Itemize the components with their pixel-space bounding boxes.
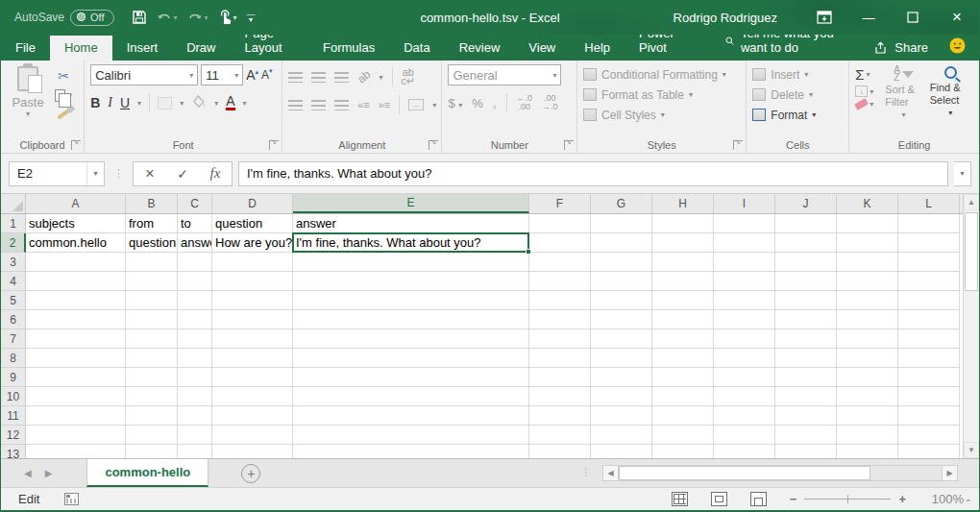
merge-center-button[interactable]: ↔	[408, 99, 424, 110]
cell-C3[interactable]	[178, 253, 212, 272]
cell-L11[interactable]	[898, 406, 960, 426]
cell-D12[interactable]	[212, 426, 293, 445]
cell-C13[interactable]	[178, 445, 212, 458]
copy-button[interactable]: ▾	[55, 87, 72, 103]
cell-G2[interactable]	[591, 233, 652, 253]
paste-button[interactable]: Paste ▾	[7, 66, 49, 122]
cell-B2[interactable]: question	[126, 233, 178, 253]
cell-G13[interactable]	[591, 445, 652, 458]
ribbon-display-options-button[interactable]	[802, 0, 846, 35]
increase-indent-button[interactable]: »≡	[379, 99, 391, 110]
underline-caret-icon[interactable]: ▾	[137, 99, 141, 108]
cell-D10[interactable]	[212, 387, 293, 406]
row-header-11[interactable]: 11	[1, 406, 26, 426]
orientation-button[interactable]: ab	[355, 67, 373, 85]
cell-B3[interactable]	[126, 253, 178, 272]
cell-A10[interactable]	[26, 387, 126, 406]
cell-B5[interactable]	[126, 291, 178, 310]
bold-button[interactable]: B	[90, 95, 100, 110]
autosum-button[interactable]: Σ▾	[855, 66, 873, 83]
cell-B7[interactable]	[126, 329, 178, 349]
cell-C5[interactable]	[178, 291, 212, 310]
clipboard-dialog-launcher[interactable]	[71, 140, 81, 150]
cell-H3[interactable]	[652, 253, 714, 272]
column-header-A[interactable]: A	[26, 194, 126, 213]
cell-D8[interactable]	[212, 349, 293, 368]
row-header-7[interactable]: 7	[1, 329, 26, 349]
cell-E1[interactable]: answer	[293, 214, 529, 233]
row-header-13[interactable]: 13	[1, 445, 26, 458]
cell-F2[interactable]	[529, 233, 591, 253]
cell-G6[interactable]	[591, 310, 652, 329]
cell-K12[interactable]	[837, 426, 898, 445]
cell-A8[interactable]	[26, 349, 126, 368]
maximize-button[interactable]	[891, 0, 935, 35]
cell-H8[interactable]	[652, 349, 714, 368]
page-break-view-button[interactable]	[750, 492, 767, 506]
middle-align-button[interactable]	[311, 72, 326, 83]
column-header-K[interactable]: K	[837, 194, 898, 213]
cell-I11[interactable]	[714, 406, 775, 426]
merge-center-caret-icon[interactable]: ▾	[432, 101, 436, 110]
share-button[interactable]: Share	[874, 40, 928, 61]
cell-C12[interactable]	[178, 426, 212, 445]
cell-H9[interactable]	[652, 368, 714, 387]
touch-mouse-mode-button[interactable]: ▾	[214, 8, 241, 27]
name-box[interactable]: E2 ▾	[9, 161, 105, 186]
cell-H7[interactable]	[652, 329, 714, 349]
cell-A4[interactable]	[26, 272, 126, 291]
cell-H4[interactable]	[652, 272, 714, 291]
tab-review[interactable]: Review	[445, 36, 515, 61]
page-layout-view-button[interactable]	[711, 492, 727, 506]
cell-I2[interactable]	[714, 233, 775, 253]
cell-K3[interactable]	[837, 253, 898, 272]
currency-button[interactable]: $ ▾	[448, 96, 462, 110]
bottom-align-button[interactable]	[334, 72, 349, 83]
cell-C4[interactable]	[178, 272, 212, 291]
font-dialog-launcher[interactable]	[269, 140, 279, 150]
cell-F1[interactable]	[529, 214, 591, 233]
cell-E13[interactable]	[293, 445, 529, 458]
cell-D11[interactable]	[212, 406, 293, 426]
cell-E9[interactable]	[293, 368, 529, 387]
cell-B11[interactable]	[126, 406, 178, 426]
row-header-5[interactable]: 5	[1, 291, 26, 310]
column-header-J[interactable]: J	[775, 194, 837, 213]
cell-G3[interactable]	[591, 253, 652, 272]
cell-E3[interactable]	[293, 253, 529, 272]
expand-formula-bar-button[interactable]: ▾	[954, 161, 971, 186]
cell-H13[interactable]	[652, 445, 714, 458]
cell-L3[interactable]	[898, 253, 960, 272]
cell-L5[interactable]	[898, 291, 960, 310]
comma-button[interactable]: ,	[493, 96, 497, 110]
cell-J10[interactable]	[775, 387, 837, 406]
tab-help[interactable]: Help	[570, 36, 625, 61]
cell-F13[interactable]	[529, 445, 591, 458]
cell-I8[interactable]	[714, 349, 775, 368]
row-header-2[interactable]: 2	[1, 233, 26, 253]
cell-E8[interactable]	[293, 349, 529, 368]
align-left-button[interactable]	[288, 100, 303, 110]
cell-G5[interactable]	[591, 291, 652, 310]
align-center-button[interactable]	[311, 100, 326, 110]
cell-C9[interactable]	[178, 368, 212, 387]
cell-L4[interactable]	[898, 272, 960, 291]
cell-B1[interactable]: from	[126, 214, 178, 233]
font-size-combo[interactable]: 11▾	[201, 64, 243, 85]
cell-L2[interactable]	[898, 233, 960, 253]
row-header-8[interactable]: 8	[1, 349, 26, 368]
fill-button[interactable]: ↓▾	[855, 85, 873, 97]
format-as-table-button[interactable]: Format as Table▾	[583, 85, 742, 105]
column-header-L[interactable]: L	[898, 194, 960, 213]
cell-A11[interactable]	[26, 406, 126, 426]
redo-button[interactable]: ▾	[184, 9, 212, 26]
new-sheet-button[interactable]: +	[241, 464, 260, 483]
fill-handle[interactable]	[526, 249, 531, 255]
cell-A5[interactable]	[26, 291, 126, 310]
cell-I6[interactable]	[714, 310, 775, 329]
tab-data[interactable]: Data	[389, 36, 444, 61]
cell-E10[interactable]	[293, 387, 529, 406]
cell-A9[interactable]	[26, 368, 126, 387]
cell-B13[interactable]	[126, 445, 178, 458]
cell-D5[interactable]	[212, 291, 293, 310]
